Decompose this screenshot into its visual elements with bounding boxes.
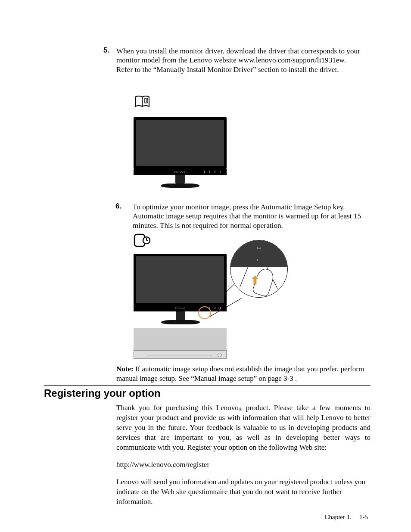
note-paragraph: Note: If automatic image setup does not … [116,364,371,383]
monitor-logo: lenovo [175,306,185,310]
monitor-logo: lenovo [174,170,186,174]
register-url: http://www.lenovo.com/register [116,460,371,470]
note-label: Note: [116,365,134,373]
desk-illustration [134,328,227,359]
monitor-buttons-icon [204,171,221,173]
arrow-left-icon: ← [230,256,287,264]
register-text: Thank you for purchasing this Lenovo [116,404,239,412]
step-5: 5. When you install the monitor driver, … [116,47,371,74]
optical-drive-icon [134,350,227,359]
monitor-illustration: lenovo [134,117,227,188]
step-6-text: To optimize your monitor image, press th… [133,202,371,230]
osd-icon: ▭ [230,245,287,250]
step-6-number: 6. [115,202,121,210]
figure-auto-image-setup: lenovo ▭ ← ⬆ [134,233,289,324]
footer-page-number: 1-5 [359,513,368,521]
manual-page: 5. When you install the monitor driver, … [0,0,411,532]
registered-trademark-icon: ® [239,407,242,412]
svg-rect-2 [146,100,146,103]
register-paragraph-2: Lenovo will send you information and upd… [116,477,371,507]
step-5-number: 5. [103,47,109,54]
book-icon [134,93,151,110]
power-led-icon [218,307,221,310]
svg-point-1 [146,99,147,100]
press-arrow-icon: ⬆ [250,274,260,287]
figure-manual-driver: lenovo [134,93,227,188]
section-heading: Registering your option [44,385,371,399]
note-text: If automatic image setup does not establ… [116,365,364,383]
zoom-callout: ▭ ← ⬆ [230,240,288,298]
step-5-text-a: When you install the monitor driver, dow… [116,47,374,65]
step-5-text-b: Refer to the “Manually Install Monitor D… [116,65,374,74]
footer-chapter: Chapter 1. [325,513,352,521]
register-paragraph-1: Thank you for purchasing this Lenovo® pr… [116,403,371,453]
wait-clock-icon [134,233,151,248]
monitor-illustration: lenovo [134,254,227,324]
step-6: 6. To optimize your monitor image, press… [133,202,371,230]
